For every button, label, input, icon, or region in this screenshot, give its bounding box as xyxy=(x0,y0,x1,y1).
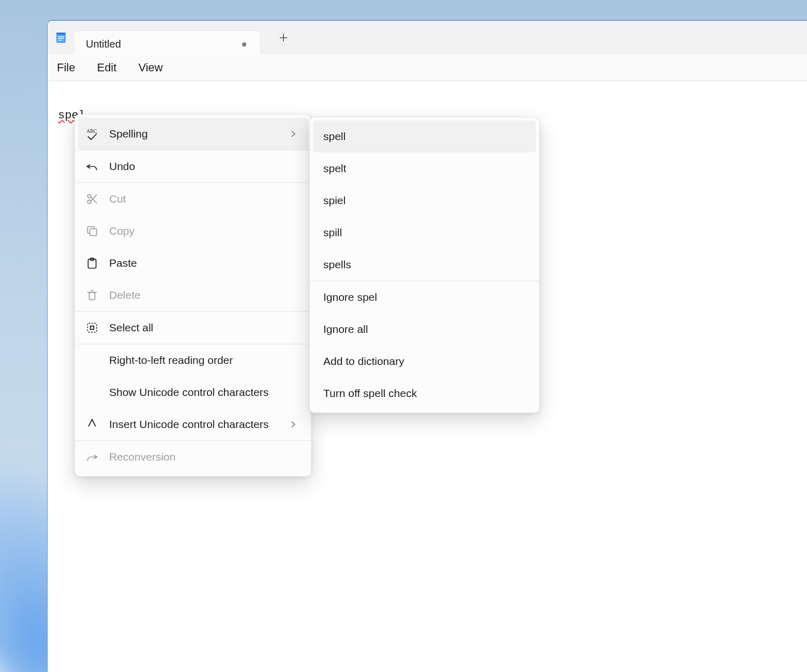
trash-icon xyxy=(85,288,99,302)
svg-rect-4 xyxy=(58,40,62,41)
ctx-label: spiel xyxy=(323,194,526,207)
ctx-cut[interactable]: Cut xyxy=(78,183,308,215)
svg-rect-8 xyxy=(90,229,97,236)
ctx-label: spells xyxy=(323,258,526,271)
titlebar: Untitled xyxy=(48,21,807,54)
svg-rect-1 xyxy=(56,33,66,35)
copy-icon xyxy=(85,224,99,238)
menubar: File Edit View xyxy=(48,54,807,81)
spelling-suggestion-1[interactable]: spell xyxy=(313,120,536,152)
spelling-suggestion-2[interactable]: spelt xyxy=(313,152,536,185)
ctx-label: Select all xyxy=(109,322,297,334)
svg-rect-13 xyxy=(91,326,94,330)
ctx-label: Spelling xyxy=(109,128,279,140)
ctx-label: Paste xyxy=(109,257,297,269)
tab-unsaved-indicator-icon xyxy=(242,42,246,47)
ctx-label: Undo xyxy=(109,160,297,173)
svg-rect-12 xyxy=(87,323,96,332)
spelling-suggestion-3[interactable]: spiel xyxy=(313,185,536,217)
tab-title: Untitled xyxy=(86,38,235,50)
ctx-label: Show Unicode control characters xyxy=(109,386,297,399)
notepad-app-icon xyxy=(55,32,67,44)
ctx-label: Turn off spell check xyxy=(323,387,526,400)
redo-icon xyxy=(85,450,99,464)
insert-unicode-icon xyxy=(85,418,99,431)
ctx-label: Copy xyxy=(109,225,297,237)
spelling-ignore-once[interactable]: Ignore spel xyxy=(313,281,536,313)
ctx-reconversion[interactable]: Reconversion xyxy=(78,441,308,473)
menu-file[interactable]: File xyxy=(57,61,75,74)
ctx-label: Reconversion xyxy=(109,451,297,463)
ctx-rtl-reading-order[interactable]: Right-to-left reading order xyxy=(78,344,308,376)
svg-text:ABC: ABC xyxy=(86,128,97,134)
chevron-right-icon xyxy=(289,420,297,429)
ctx-label: Ignore spel xyxy=(323,291,526,303)
ctx-label: Right-to-left reading order xyxy=(109,354,297,366)
spellcheck-icon: ABC xyxy=(85,127,99,141)
svg-rect-2 xyxy=(58,36,64,37)
ctx-paste[interactable]: Paste xyxy=(78,247,308,279)
ctx-label: spelt xyxy=(323,162,526,175)
document-tab[interactable]: Untitled xyxy=(74,31,260,58)
spelling-ignore-all[interactable]: Ignore all xyxy=(313,313,536,345)
spelling-suggestion-4[interactable]: spill xyxy=(313,217,536,249)
ctx-select-all[interactable]: Select all xyxy=(78,312,308,344)
paste-icon xyxy=(85,256,99,270)
ctx-undo[interactable]: Undo xyxy=(78,150,308,182)
spelling-turn-off[interactable]: Turn off spell check xyxy=(313,377,536,409)
ctx-label: Delete xyxy=(109,289,297,301)
ctx-label: Ignore all xyxy=(323,323,526,335)
ctx-delete[interactable]: Delete xyxy=(78,279,308,311)
ctx-spelling[interactable]: ABC Spelling xyxy=(78,118,308,150)
editor-context-menu: ABC Spelling Undo Cut Copy Paste xyxy=(74,114,311,477)
menu-view[interactable]: View xyxy=(138,61,162,74)
ctx-show-unicode-ctrl[interactable]: Show Unicode control characters xyxy=(78,376,308,408)
undo-icon xyxy=(85,160,99,173)
new-tab-button[interactable] xyxy=(272,26,295,49)
select-all-icon xyxy=(85,321,99,334)
scissors-icon xyxy=(85,192,99,206)
ctx-copy[interactable]: Copy xyxy=(78,215,308,247)
ctx-label: Cut xyxy=(109,193,297,205)
ctx-label: Add to dictionary xyxy=(323,355,526,368)
ctx-label: spill xyxy=(323,226,526,239)
spelling-submenu: spell spelt spiel spill spells Ignore sp… xyxy=(309,117,540,413)
chevron-right-icon xyxy=(289,130,297,138)
menu-edit[interactable]: Edit xyxy=(97,61,116,74)
svg-rect-11 xyxy=(89,293,95,300)
svg-rect-3 xyxy=(58,38,64,39)
ctx-insert-unicode-ctrl[interactable]: Insert Unicode control characters xyxy=(78,408,308,440)
spelling-add-to-dictionary[interactable]: Add to dictionary xyxy=(313,345,536,377)
ctx-label: spell xyxy=(323,130,526,143)
spelling-suggestion-5[interactable]: spells xyxy=(313,249,536,281)
ctx-label: Insert Unicode control characters xyxy=(109,418,279,431)
